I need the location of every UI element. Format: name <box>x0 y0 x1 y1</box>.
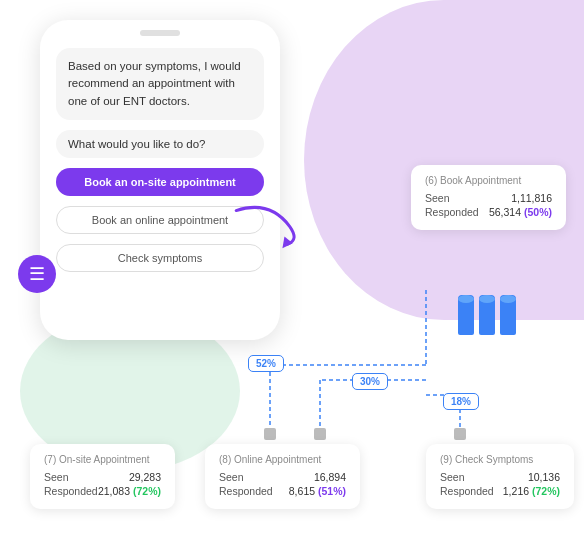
responded-label: Responded <box>219 485 273 497</box>
svg-rect-9 <box>314 428 326 440</box>
card-book-responded-row: Responded 56,314 (50%) <box>425 206 552 218</box>
seen-label: Seen <box>440 471 465 483</box>
card-symptoms-seen-row: Seen 10,136 <box>440 471 560 483</box>
chat-bubble-2: What would you like to do? <box>56 130 264 158</box>
card-book-appointment: (6) Book Appointment Seen 1,11,816 Respo… <box>411 165 566 230</box>
responded-value: 8,615 (51%) <box>289 485 346 497</box>
seen-label: Seen <box>425 192 450 204</box>
card-book-seen-row: Seen 1,11,816 <box>425 192 552 204</box>
pct-badge-30: 30% <box>352 373 388 390</box>
chat-icon-symbol: ☰ <box>29 263 45 285</box>
cylinder-2 <box>479 295 495 335</box>
phone-mockup: Based on your symptoms, I would recommen… <box>40 20 280 340</box>
purple-blob <box>304 0 584 320</box>
responded-label: Responded <box>440 485 494 497</box>
card-online-responded-row: Responded 8,615 (51%) <box>219 485 346 497</box>
card-onsite-seen-row: Seen 29,283 <box>44 471 161 483</box>
card-onsite-responded-row: Responded 21,083 (72%) <box>44 485 161 497</box>
responded-value: 1,216 (72%) <box>503 485 560 497</box>
seen-value: 16,894 <box>314 471 346 483</box>
seen-value: 29,283 <box>129 471 161 483</box>
svg-rect-10 <box>454 428 466 440</box>
card-symptoms-title: (9) Check Symptoms <box>440 454 560 465</box>
bot-cylinders <box>458 295 516 335</box>
pct-badge-52: 52% <box>248 355 284 372</box>
responded-label: Responded <box>44 485 98 497</box>
check-symptoms-button[interactable]: Check symptoms <box>56 244 264 272</box>
card-online-seen-row: Seen 16,894 <box>219 471 346 483</box>
seen-value: 10,136 <box>528 471 560 483</box>
seen-label: Seen <box>44 471 69 483</box>
card-check-symptoms: (9) Check Symptoms Seen 10,136 Responded… <box>426 444 574 509</box>
cylinder-3 <box>500 295 516 335</box>
chat-bubble-1: Based on your symptoms, I would recommen… <box>56 48 264 120</box>
svg-rect-8 <box>264 428 276 440</box>
card-symptoms-responded-row: Responded 1,216 (72%) <box>440 485 560 497</box>
seen-label: Seen <box>219 471 244 483</box>
card-online-title: (8) Online Appointment <box>219 454 346 465</box>
card-book-title: (6) Book Appointment <box>425 175 552 186</box>
responded-value: 56,314 (50%) <box>489 206 552 218</box>
pct-badge-18: 18% <box>443 393 479 410</box>
card-onsite-appointment: (7) On-site Appointment Seen 29,283 Resp… <box>30 444 175 509</box>
cylinder-1 <box>458 295 474 335</box>
book-onsite-button[interactable]: Book an on-site appointment <box>56 168 264 196</box>
responded-value: 21,083 (72%) <box>98 485 161 497</box>
flow-arrow <box>230 189 311 269</box>
chat-icon: ☰ <box>18 255 56 293</box>
responded-label: Responded <box>425 206 479 218</box>
seen-value: 1,11,816 <box>511 192 552 204</box>
phone-notch <box>140 30 180 36</box>
card-onsite-title: (7) On-site Appointment <box>44 454 161 465</box>
card-online-appointment: (8) Online Appointment Seen 16,894 Respo… <box>205 444 360 509</box>
